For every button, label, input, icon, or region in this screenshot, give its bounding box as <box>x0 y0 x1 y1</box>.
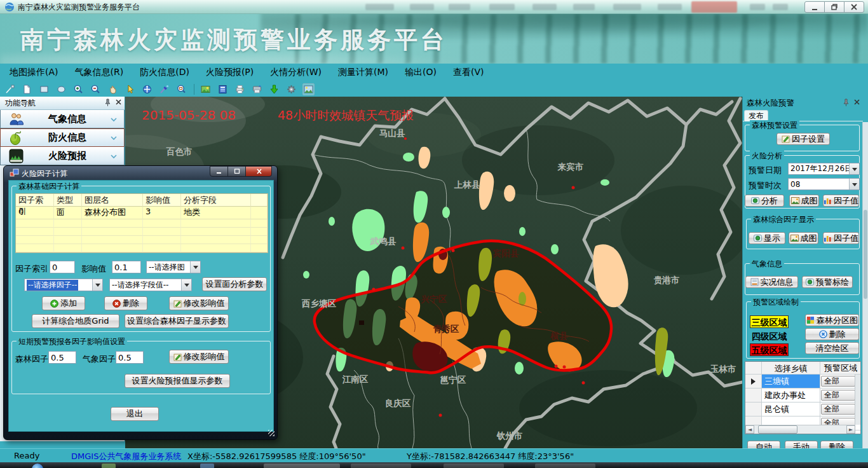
table-hscrollbar[interactable]: ◄ ► <box>745 425 855 434</box>
impact-input[interactable] <box>112 261 141 273</box>
area-select-button[interactable]: 全部 <box>821 404 855 415</box>
select-rect-icon[interactable] <box>38 83 50 95</box>
new-page-icon[interactable] <box>21 83 33 95</box>
close-button[interactable] <box>844 1 864 13</box>
warn-date-combo[interactable]: 2017年12月26日 <box>788 163 860 175</box>
menu-item[interactable]: 输出(O) <box>397 64 445 81</box>
taskbar-app-button[interactable] <box>351 464 411 468</box>
image-viewer-icon[interactable] <box>302 83 315 95</box>
scroll-right-arrow[interactable]: ► <box>846 425 855 434</box>
identify-brush-icon[interactable] <box>158 83 170 95</box>
download-arrow-icon[interactable] <box>268 83 280 95</box>
forest-factor-input[interactable] <box>48 351 76 364</box>
modify-impact-button[interactable]: 修改影响值 <box>169 296 229 310</box>
menu-item[interactable]: 测量计算(M) <box>330 64 397 81</box>
town-name-cell[interactable]: 三塘镇 <box>762 375 820 388</box>
restore-button[interactable] <box>824 1 844 13</box>
scroll-thumb[interactable] <box>758 425 797 434</box>
scroll-left-arrow[interactable]: ◄ <box>745 425 754 434</box>
menu-item[interactable]: 火险预报(P) <box>198 64 262 81</box>
delete-area-button[interactable]: 删除 <box>805 328 859 340</box>
town-row[interactable]: 昆仑镇全部 <box>745 403 860 416</box>
set-display-params-button[interactable]: 设置综合森林因子显示参数 <box>125 314 229 328</box>
compose-map-button[interactable]: 成图 <box>789 232 818 244</box>
town-name-cell[interactable]: 昆仑镇 <box>762 403 820 416</box>
minimize-button[interactable] <box>804 1 825 13</box>
factor-value-button[interactable]: 因子值 <box>823 232 859 244</box>
remove-button[interactable]: 删除 <box>104 296 147 310</box>
show-button[interactable]: 显示 <box>749 232 785 244</box>
plotter-icon[interactable] <box>251 83 263 95</box>
factor-table[interactable]: 因子索引类型图层名影响值分析字段0面森林分布图3地类 <box>15 193 268 253</box>
menu-item[interactable]: 防火信息(D) <box>132 64 198 81</box>
exit-button[interactable]: 退出 <box>111 407 159 421</box>
print-icon[interactable] <box>234 83 246 95</box>
windows-taskbar[interactable] <box>0 462 868 468</box>
pin-icon[interactable] <box>843 99 850 107</box>
town-row[interactable]: 三塘镇全部 <box>745 375 860 389</box>
table-vscrollbar[interactable] <box>855 375 860 425</box>
menu-item[interactable]: 地图操作(A) <box>1 64 67 81</box>
forest-zone-map-button[interactable]: 森林分区图 <box>805 314 859 326</box>
analyze-button[interactable]: 分析 <box>745 195 784 207</box>
taskbar-icon[interactable] <box>200 464 214 468</box>
area-select-button[interactable]: 全部 <box>821 390 855 401</box>
modify-impact-button[interactable]: 修改影响值 <box>169 350 229 364</box>
warning-plot-button[interactable]: 预警标绘 <box>802 276 853 288</box>
set-fire-display-button[interactable]: 设置火险预报值显示参数 <box>125 374 230 388</box>
level3-area-button[interactable]: 三级区域 <box>750 315 789 328</box>
menu-item[interactable]: 查看(V) <box>445 64 492 81</box>
select-ellipse-icon[interactable] <box>55 83 67 95</box>
warn-time-combo[interactable]: 08 <box>788 178 860 190</box>
factor-index-input[interactable] <box>50 261 75 273</box>
close-icon[interactable] <box>853 99 860 106</box>
dialog-close-button[interactable] <box>245 166 272 177</box>
layer-combo[interactable]: --请选择图 <box>146 261 201 273</box>
menu-item[interactable]: 火情分析(W) <box>262 64 330 81</box>
export-image-icon[interactable] <box>200 83 212 95</box>
chevron-down-icon[interactable] <box>110 113 118 125</box>
close-icon[interactable] <box>115 99 122 106</box>
zoom-out-icon[interactable] <box>90 83 102 95</box>
chevron-down-icon[interactable] <box>110 132 118 144</box>
chevron-down-icon[interactable] <box>110 150 118 162</box>
area-select-button[interactable]: 全部 <box>821 376 855 387</box>
level4-area-button[interactable]: 四级区域 <box>750 329 789 342</box>
draw-line-icon[interactable] <box>4 83 16 95</box>
zoom-in-icon[interactable] <box>72 83 85 95</box>
taskbar-app-button[interactable] <box>535 464 595 468</box>
sidebar-item-0[interactable]: 气象信息 <box>0 110 125 128</box>
live-info-button[interactable]: 实况信息 <box>745 276 798 288</box>
town-row[interactable]: 建政办事处全部 <box>745 389 860 403</box>
taskbar-icon[interactable] <box>102 464 116 468</box>
menu-item[interactable]: 气象信息(R) <box>67 64 132 81</box>
sidebar-item-1[interactable]: 防火信息 <box>0 128 125 147</box>
settings-gear-icon[interactable] <box>285 83 297 95</box>
legend-book-icon[interactable] <box>217 83 229 95</box>
resize-grip[interactable] <box>268 430 275 436</box>
select-arrow-icon[interactable] <box>124 83 136 95</box>
town-name-cell[interactable]: 建政办事处 <box>762 389 820 402</box>
field-combo[interactable]: --请选择字段值-- <box>109 279 192 291</box>
factor-settings-button[interactable]: 因子设置 <box>776 133 830 145</box>
compose-map-button[interactable]: 成图 <box>789 195 819 207</box>
set-area-params-button[interactable]: 设置面分析参数 <box>202 277 267 291</box>
full-extent-icon[interactable] <box>141 83 153 95</box>
pin-icon[interactable] <box>104 99 111 107</box>
dialog-minimize-button[interactable] <box>210 166 228 177</box>
weather-factor-input[interactable] <box>116 351 144 364</box>
calc-grid-button[interactable]: 计算综合地质Grid <box>32 314 119 328</box>
add-button[interactable]: 添加 <box>42 296 85 310</box>
panel-scrollbar[interactable] <box>862 122 868 448</box>
taskbar-app-button[interactable] <box>444 464 504 468</box>
zoom-select-icon[interactable] <box>175 83 187 95</box>
factor-value-button[interactable]: 因子值 <box>823 195 859 207</box>
start-orb[interactable] <box>32 464 43 468</box>
taskbar-app-button[interactable] <box>264 464 340 468</box>
sidebar-item-2[interactable]: 火险预报 <box>0 147 125 165</box>
factor-combo[interactable]: --请选择因子-- <box>24 279 103 291</box>
clear-draw-button[interactable]: 清空绘区 <box>805 342 859 354</box>
level5-area-button[interactable]: 五级区域 <box>750 343 789 356</box>
pan-hand-icon[interactable] <box>107 83 119 95</box>
dialog-maximize-button[interactable] <box>227 166 246 177</box>
